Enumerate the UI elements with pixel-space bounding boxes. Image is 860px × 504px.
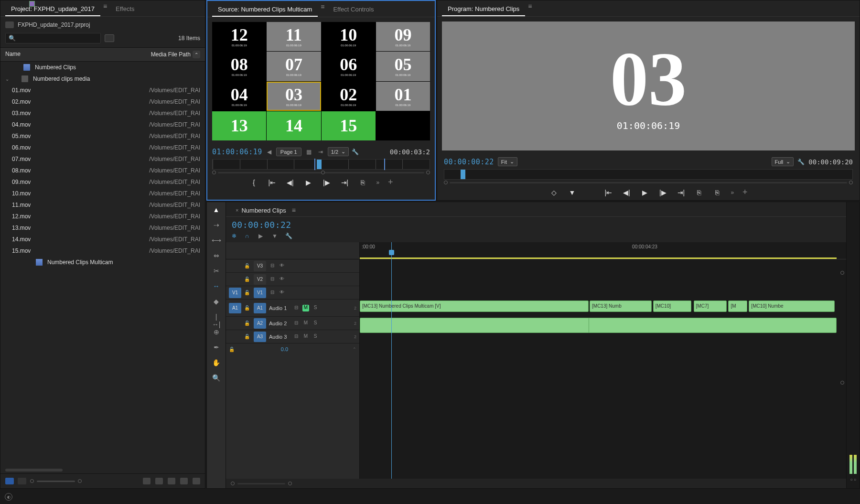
marker-button[interactable]: ▼: [567, 189, 577, 196]
lock-icon[interactable]: 🔓: [244, 334, 251, 339]
multicam-cell[interactable]: 0601:00:06:19: [322, 52, 376, 81]
freeform-view-icon[interactable]: [143, 478, 150, 484]
close-tab-icon[interactable]: ×: [236, 207, 238, 213]
multicam-cell[interactable]: 0501:00:06:19: [376, 52, 430, 81]
playhead-line[interactable]: [391, 242, 392, 479]
horizontal-scrollbar[interactable]: [5, 469, 63, 472]
rolling-edit-tool[interactable]: ⇔: [212, 252, 221, 261]
mute-button[interactable]: M: [302, 305, 309, 311]
new-bin-button[interactable]: [105, 34, 114, 42]
play-button[interactable]: ▶: [640, 189, 649, 196]
extract-button[interactable]: ⎘: [712, 189, 722, 196]
source-patch[interactable]: [229, 274, 241, 285]
multicam-cell[interactable]: 0101:00:06:19: [376, 82, 430, 111]
go-to-in-button[interactable]: |⇤: [267, 179, 277, 186]
zoom-handle-left[interactable]: [231, 482, 235, 485]
fit-dropdown[interactable]: Fit⌄: [498, 157, 517, 166]
mark-in-button[interactable]: {: [249, 179, 258, 186]
tab-menu-icon[interactable]: ≡: [100, 2, 110, 16]
rectangle-tool[interactable]: ⊕: [212, 328, 221, 338]
go-to-in-button[interactable]: |⇤: [603, 189, 613, 196]
project-tab[interactable]: Project: FXPHD_update_2017: [5, 2, 100, 16]
sort-arrow-icon[interactable]: ⌃: [193, 51, 200, 58]
program-scrub-bar[interactable]: [444, 169, 853, 180]
file-row[interactable]: 11.mov/Volumes/EDIT_RAI: [0, 199, 205, 211]
file-row[interactable]: 12.mov/Volumes/EDIT_RAI: [0, 211, 205, 222]
target-patch[interactable]: A2: [254, 318, 266, 329]
file-row[interactable]: ⌄Numbered clips media: [0, 73, 205, 85]
snap-icon[interactable]: ❄: [232, 233, 238, 239]
search-input[interactable]: [16, 35, 97, 42]
zoom-track[interactable]: [450, 182, 847, 183]
multicam-cell[interactable]: 13: [212, 111, 266, 140]
source-timecode-in[interactable]: 01:00:06:19: [212, 148, 262, 156]
file-row[interactable]: 04.mov/Volumes/EDIT_RAI: [0, 119, 205, 130]
add-button[interactable]: +: [388, 177, 393, 187]
solo-button[interactable]: S: [312, 320, 319, 327]
selection-tool[interactable]: ▲: [212, 206, 221, 215]
target-patch[interactable]: V3: [254, 261, 266, 271]
add-button[interactable]: +: [742, 187, 748, 197]
zoom-tool[interactable]: 🔍: [212, 374, 221, 384]
hand-tool[interactable]: ✋: [212, 359, 221, 368]
add-marker-button[interactable]: ◇: [549, 189, 559, 196]
video-track-header[interactable]: V1🔓V1⊟👁: [226, 286, 359, 300]
program-timecode-dur[interactable]: 00:00:09:20: [808, 158, 853, 166]
target-patch[interactable]: V2: [254, 274, 266, 285]
icon-view-button[interactable]: [18, 478, 26, 484]
zoom-handle-right[interactable]: [426, 171, 430, 174]
file-row[interactable]: 09.mov/Volumes/EDIT_RAI: [0, 176, 205, 188]
page-display-icon[interactable]: ▦: [304, 149, 313, 155]
file-row[interactable]: 10.mov/Volumes/EDIT_RAI: [0, 188, 205, 199]
target-patch[interactable]: A1: [254, 303, 266, 313]
page-next-icon[interactable]: ⇥: [316, 149, 325, 155]
slip-tool[interactable]: ↔: [212, 282, 221, 292]
insert-button[interactable]: ⎘: [358, 179, 367, 186]
file-row[interactable]: 03.mov/Volumes/EDIT_RAI: [0, 107, 205, 119]
audio-clip[interactable]: [360, 318, 837, 333]
mute-button[interactable]: M: [302, 320, 309, 327]
linked-selection-icon[interactable]: ∩: [245, 233, 252, 239]
audio-track-header[interactable]: 🔓A2Audio 2⊟MS2: [226, 317, 359, 330]
out-point-marker[interactable]: [384, 159, 385, 170]
sync-lock-icon[interactable]: ⊟: [269, 290, 276, 296]
new-item-icon[interactable]: [180, 478, 188, 484]
time-ruler[interactable]: :00:00 00:00:04:23: [360, 242, 846, 259]
source-patch[interactable]: [229, 332, 241, 342]
zoom-handle-right[interactable]: [849, 181, 853, 184]
search-input-wrapper[interactable]: 🔍: [5, 33, 101, 43]
multicam-cell[interactable]: 0801:00:06:19: [212, 52, 266, 81]
more-transport-icon[interactable]: »: [731, 189, 734, 196]
sync-lock-icon[interactable]: ⊟: [269, 263, 276, 269]
video-clip[interactable]: [MC10] Numbe: [749, 300, 835, 312]
new-bin-icon[interactable]: [168, 478, 175, 484]
scrub-playhead[interactable]: [317, 160, 322, 169]
multicam-cell[interactable]: 0401:00:06:19: [212, 82, 266, 111]
slide-tool[interactable]: ◆: [212, 298, 221, 307]
effects-tab[interactable]: Effects: [110, 2, 140, 16]
rate-stretch-tool[interactable]: ✂: [212, 267, 221, 277]
program-playhead[interactable]: [461, 170, 465, 179]
solo-button[interactable]: S: [312, 305, 319, 311]
keyframe-dot[interactable]: [840, 381, 844, 385]
go-to-out-button[interactable]: ⇥|: [676, 189, 686, 196]
source-patch[interactable]: [229, 261, 241, 271]
timeline-zoom-track[interactable]: [237, 483, 285, 484]
video-track-header[interactable]: 🔓V3⊟👁: [226, 259, 359, 273]
tab-menu-icon[interactable]: ≡: [525, 2, 535, 16]
file-row[interactable]: 14.mov/Volumes/EDIT_RAI: [0, 234, 205, 245]
quality-dropdown[interactable]: Full⌄: [772, 157, 794, 166]
visibility-icon[interactable]: 👁: [279, 276, 285, 283]
settings-wrench-icon[interactable]: 🔧: [797, 159, 805, 165]
go-to-out-button[interactable]: ⇥|: [340, 179, 349, 186]
multicam-cell[interactable]: 0701:00:06:19: [267, 52, 321, 81]
solo-button[interactable]: S: [312, 333, 319, 340]
target-patch[interactable]: A3: [254, 332, 266, 342]
page-fraction-dropdown[interactable]: 1/2⌄: [328, 147, 349, 156]
playhead-cap[interactable]: [389, 250, 394, 255]
sync-lock-icon[interactable]: ⊟: [293, 333, 300, 340]
file-row[interactable]: 05.mov/Volumes/EDIT_RAI: [0, 130, 205, 142]
effect-controls-tab[interactable]: Effect Controls: [327, 3, 379, 17]
in-point-marker[interactable]: [314, 159, 315, 170]
multicam-cell[interactable]: 1201:00:06:19: [212, 22, 266, 51]
